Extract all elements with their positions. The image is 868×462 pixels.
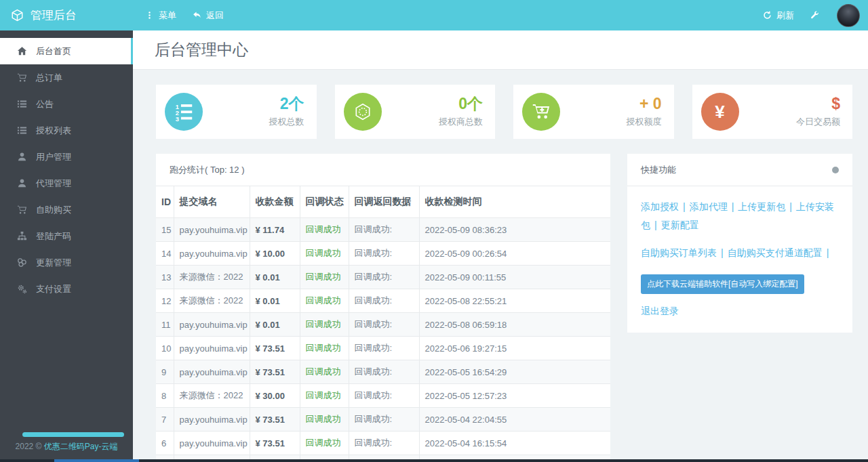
stat-label: 授权总数 (269, 116, 304, 128)
table-cell-callback: 回调成功: (349, 384, 419, 408)
table-cell-id: 13 (156, 266, 174, 289)
topbar-nav: 菜单 返回 (137, 0, 232, 30)
stat-card-merchant-total: 0个授权商总数 (335, 85, 496, 139)
table-cell-amount: ¥ 11.74 (250, 218, 300, 242)
table-row: 6pay.youhuima.vip¥ 73.51回调成功回调成功:2022-05… (156, 432, 610, 455)
sidebar-item-user-management[interactable]: 用户管理 (0, 144, 133, 170)
ellipsis-v-icon (145, 11, 154, 20)
table-column-header: 回调返回数据 (349, 186, 419, 218)
home-icon (17, 46, 27, 56)
table-cell-status: 回调成功 (300, 337, 349, 360)
sidebar-item-orders[interactable]: 总订单 (0, 64, 133, 91)
main-area: 后台管理中心 1232个授权总数0个授权商总数+ 0授权额度¥$今日交易额 跑分… (133, 0, 868, 462)
sidebar-footer: 2022 © 优惠二维码Pay-云端 (0, 441, 133, 453)
table-cell-time: 2022-05-06 19:27:15 (419, 337, 610, 360)
user-icon (17, 178, 27, 188)
table-cell-amount: ¥ 0.01 (250, 289, 300, 313)
menu-button[interactable]: 菜单 (137, 0, 184, 30)
quick-link[interactable]: 自助购买订单列表 (641, 247, 717, 258)
table-cell-status: 回调成功 (300, 360, 349, 384)
sidebar-item-home[interactable]: 后台首页 (0, 38, 133, 64)
cogs-icon (17, 284, 27, 294)
table-cell-time: 2022-05-04 22:04:55 (419, 408, 610, 432)
quick-link[interactable]: 上传更新包 (738, 201, 785, 212)
table-row: 8来源微信：2022¥ 30.00回调成功回调成功:2022-05-05 12:… (156, 384, 610, 408)
table-row: 9pay.youhuima.vip¥ 73.51回调成功回调成功:2022-05… (156, 360, 610, 384)
table-cell-id: 14 (156, 242, 174, 266)
refresh-button-label: 刷新 (776, 9, 794, 22)
logout-link[interactable]: 退出登录 (641, 306, 679, 318)
sidebar-item-auth-list[interactable]: 授权列表 (0, 117, 133, 144)
sidebar-item-label: 支付设置 (36, 283, 71, 295)
link-separator: | (827, 247, 829, 258)
settings-wrench-button[interactable] (802, 0, 827, 30)
sidebar-item-payment-settings[interactable]: 支付设置 (0, 276, 133, 302)
quick-panel-body: 添加授权|添加代理|上传更新包|上传安装包|更新配置自助购买订单列表|自助购买支… (627, 186, 852, 333)
horizontal-scrollbar[interactable] (0, 459, 868, 462)
cart-icon (17, 205, 27, 215)
table-cell-id: 11 (156, 313, 174, 337)
horizontal-scrollbar-thumb[interactable] (54, 459, 139, 462)
back-button[interactable]: 返回 (184, 0, 232, 30)
table-cell-callback: 回调成功: (349, 408, 419, 432)
quick-functions-panel: 快捷功能 添加授权|添加代理|上传更新包|上传安装包|更新配置自助购买订单列表|… (627, 154, 852, 333)
table-cell-status: 回调成功 (300, 313, 349, 337)
table-cell-id: 9 (156, 360, 174, 384)
sidebar-item-self-purchase[interactable]: 自助购买 (0, 196, 133, 223)
score-stats-panel: 跑分统计( Top: 12 ) ID提交域名收款金额回调状态回调返回数据收款检测… (156, 154, 610, 462)
sidebar-item-update-management[interactable]: 更新管理 (0, 249, 133, 276)
table-cell-callback: 回调成功: (349, 266, 419, 289)
footer-brand-link[interactable]: 优惠二维码Pay-云端 (44, 442, 118, 451)
sidebar-item-announcements[interactable]: 公告 (0, 91, 133, 117)
table-row: 7pay.youhuima.vip¥ 73.51回调成功回调成功:2022-05… (156, 408, 610, 432)
link-separator: | (683, 201, 686, 212)
sidebar-item-label: 更新管理 (36, 257, 71, 269)
link-separator: | (721, 247, 724, 258)
sidebar-item-label: 总订单 (36, 72, 62, 84)
table-cell-status: 回调成功 (300, 242, 349, 266)
quick-link[interactable]: 自助购买支付通道配置 (728, 247, 823, 258)
sidebar-item-agent-management[interactable]: 代理管理 (0, 170, 133, 196)
quick-panel-title: 快捷功能 (641, 164, 676, 176)
table-column-header: 收款检测时间 (419, 186, 610, 218)
sidebar-item-label: 授权列表 (36, 125, 71, 137)
sidebar-item-label: 登陆产码 (36, 230, 71, 243)
sidebar-item-label: 代理管理 (36, 177, 71, 190)
avatar[interactable] (837, 4, 860, 27)
link-separator: | (654, 219, 657, 230)
page-title: 后台管理中心 (155, 39, 248, 60)
table-cell-domain: pay.youhuima.vip (174, 313, 250, 337)
cart-icon (17, 72, 27, 83)
refresh-button[interactable]: 刷新 (755, 0, 802, 30)
sidebar-scrollbar-thumb[interactable] (22, 432, 124, 437)
stat-card-text: 0个授权商总数 (439, 96, 483, 128)
svg-text:3: 3 (176, 116, 179, 121)
stat-value: $ (796, 96, 840, 112)
score-stats-panel-header: 跑分统计( Top: 12 ) (156, 154, 610, 186)
quick-link[interactable]: 更新配置 (661, 219, 699, 230)
sidebar-item-login-codes[interactable]: 登陆产码 (0, 223, 133, 249)
stats-row: 1232个授权总数0个授权商总数+ 0授权额度¥$今日交易额 (156, 85, 852, 139)
sidebar-menu: 后台首页总订单公告授权列表用户管理代理管理自助购买登陆产码更新管理支付设置 (0, 30, 133, 302)
brand[interactable]: 管理后台 (0, 7, 133, 23)
quick-link[interactable]: 添加代理 (690, 201, 728, 212)
cube-logo-icon (11, 9, 24, 22)
table-cell-callback: 回调成功: (349, 218, 419, 242)
table-row: 13来源微信：2022¥ 0.01回调成功回调成功:2022-05-09 00:… (156, 266, 610, 289)
stat-card-auth-quota: + 0授权额度 (513, 85, 674, 139)
stat-label: 授权商总数 (439, 116, 483, 128)
table-cell-time: 2022-05-04 16:15:54 (419, 432, 610, 455)
back-button-label: 返回 (206, 9, 224, 22)
ordered-list-icon: 123 (165, 93, 203, 131)
sidebar-item-label: 后台首页 (36, 45, 71, 58)
quick-link[interactable]: 添加授权 (641, 201, 679, 212)
panel-tool-dot[interactable] (832, 167, 839, 173)
stat-card-text: 2个授权总数 (269, 96, 304, 128)
table-column-header: 提交域名 (174, 186, 250, 218)
table-cell-callback: 回调成功: (349, 432, 419, 455)
sitemap-icon (17, 231, 27, 241)
stat-value: + 0 (627, 96, 662, 112)
download-helper-button[interactable]: 点此下载云端辅助软件[自动写入绑定配置] (641, 274, 804, 294)
table-cell-id: 8 (156, 384, 174, 408)
table-row: 11pay.youhuima.vip¥ 0.01回调成功回调成功:2022-05… (156, 313, 610, 337)
